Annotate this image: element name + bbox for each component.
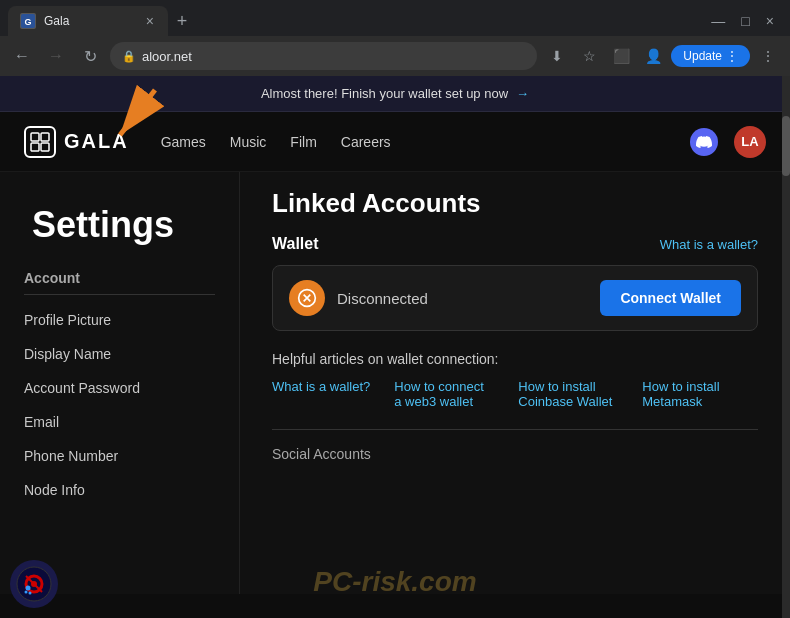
wallet-status: Disconnected: [337, 290, 428, 307]
sidebar-item-node-info[interactable]: Node Info: [16, 473, 223, 507]
profile-icon[interactable]: 👤: [639, 42, 667, 70]
update-label: Update: [683, 49, 722, 63]
nav-careers[interactable]: Careers: [341, 134, 391, 150]
maximize-button[interactable]: □: [737, 13, 753, 29]
right-panel: Linked Accounts Wallet What is a wallet?: [240, 172, 790, 594]
window-controls: — □ ×: [707, 13, 782, 29]
lock-icon: 🔒: [122, 50, 136, 63]
tab-favicon: G: [20, 13, 36, 29]
helpful-links: What is a wallet? How to connect a web3 …: [272, 379, 758, 409]
svg-text:G: G: [24, 17, 31, 27]
sidebar-section-account: Account: [16, 262, 223, 290]
refresh-button[interactable]: ↻: [76, 42, 104, 70]
tab-bar: G Gala × + — □ ×: [0, 0, 790, 36]
website-content: Almost there! Finish your wallet set up …: [0, 76, 790, 618]
toolbar-right: ⬇ ☆ ⬛ 👤 Update ⋮ ⋮: [543, 42, 782, 70]
sidebar-item-account-password[interactable]: Account Password: [16, 371, 223, 405]
wallet-disconnected-icon: [289, 280, 325, 316]
sidebar: Account Profile Picture Display Name Acc…: [0, 262, 240, 507]
browser-window: G Gala × + — □ × ← → ↻ 🔒 aloor.net ⬇: [0, 0, 790, 618]
nav-music[interactable]: Music: [230, 134, 267, 150]
tab-title: Gala: [44, 14, 136, 28]
bookmark-icon[interactable]: ☆: [575, 42, 603, 70]
address-text: aloor.net: [142, 49, 192, 64]
browser-scrollbar[interactable]: [782, 76, 790, 618]
discord-icon[interactable]: [690, 128, 718, 156]
refresh-icon: ↻: [84, 47, 97, 66]
update-button[interactable]: Update ⋮: [671, 45, 750, 67]
svg-rect-6: [31, 143, 39, 151]
settings-page-title: Settings: [32, 204, 207, 246]
helpful-link-what-is-wallet[interactable]: What is a wallet?: [272, 379, 370, 409]
pc-risk-circle-icon: [10, 560, 58, 608]
wallet-label: Wallet: [272, 235, 319, 253]
connect-wallet-button[interactable]: Connect Wallet: [600, 280, 741, 316]
logo-icon: [24, 126, 56, 158]
svg-point-14: [25, 591, 28, 594]
nav-film[interactable]: Film: [290, 134, 316, 150]
svg-point-13: [26, 586, 31, 591]
close-window-button[interactable]: ×: [762, 13, 778, 29]
svg-rect-5: [41, 133, 49, 141]
banner-arrow-icon: →: [516, 86, 529, 101]
back-button[interactable]: ←: [8, 42, 36, 70]
forward-icon: →: [48, 47, 64, 65]
user-avatar[interactable]: LA: [734, 126, 766, 158]
svg-line-3: [120, 90, 155, 135]
wallet-row: Wallet What is a wallet?: [272, 235, 758, 253]
what-is-wallet-link[interactable]: What is a wallet?: [660, 237, 758, 252]
linked-accounts-title: Linked Accounts: [272, 188, 758, 219]
gala-logo-icon: [30, 132, 50, 152]
sidebar-item-profile-picture[interactable]: Profile Picture: [16, 303, 223, 337]
pc-risk-logo: [10, 560, 58, 608]
minimize-button[interactable]: —: [707, 13, 729, 29]
extensions-icon[interactable]: ⬛: [607, 42, 635, 70]
helpful-link-connect-web3[interactable]: How to connect a web3 wallet: [394, 379, 494, 409]
address-bar[interactable]: 🔒 aloor.net: [110, 42, 537, 70]
download-icon[interactable]: ⬇: [543, 42, 571, 70]
sidebar-item-email[interactable]: Email: [16, 405, 223, 439]
new-tab-button[interactable]: +: [168, 7, 196, 35]
svg-rect-4: [31, 133, 39, 141]
more-options-icon[interactable]: ⋮: [754, 42, 782, 70]
svg-rect-7: [41, 143, 49, 151]
tab-close-button[interactable]: ×: [144, 11, 156, 31]
helpful-link-metamask[interactable]: How to install Metamask: [642, 379, 742, 409]
sidebar-item-phone-number[interactable]: Phone Number: [16, 439, 223, 473]
svg-point-15: [29, 592, 32, 595]
active-tab[interactable]: G Gala ×: [8, 6, 168, 36]
orange-arrow-icon: [100, 80, 170, 150]
address-bar-row: ← → ↻ 🔒 aloor.net ⬇ ☆ ⬛ 👤 Update ⋮ ⋮: [0, 36, 790, 76]
nav-right: LA: [690, 126, 766, 158]
settings-header: Settings: [0, 172, 239, 262]
back-icon: ←: [14, 47, 30, 65]
arrow-annotation: [100, 80, 170, 154]
forward-button[interactable]: →: [42, 42, 70, 70]
sidebar-item-display-name[interactable]: Display Name: [16, 337, 223, 371]
nav-links: Games Music Film Careers: [161, 134, 391, 150]
sidebar-divider: [24, 294, 215, 295]
wallet-card: Disconnected Connect Wallet: [272, 265, 758, 331]
social-accounts-label: Social Accounts: [272, 446, 758, 462]
helpful-link-coinbase[interactable]: How to install Coinbase Wallet: [518, 379, 618, 409]
update-menu-icon: ⋮: [726, 49, 738, 63]
scrollbar-thumb[interactable]: [782, 116, 790, 176]
main-content: Settings Account Profile Picture Display…: [0, 172, 790, 594]
banner-text: Almost there! Finish your wallet set up …: [261, 86, 508, 101]
helpful-label: Helpful articles on wallet connection:: [272, 351, 758, 367]
wallet-left: Disconnected: [289, 280, 428, 316]
